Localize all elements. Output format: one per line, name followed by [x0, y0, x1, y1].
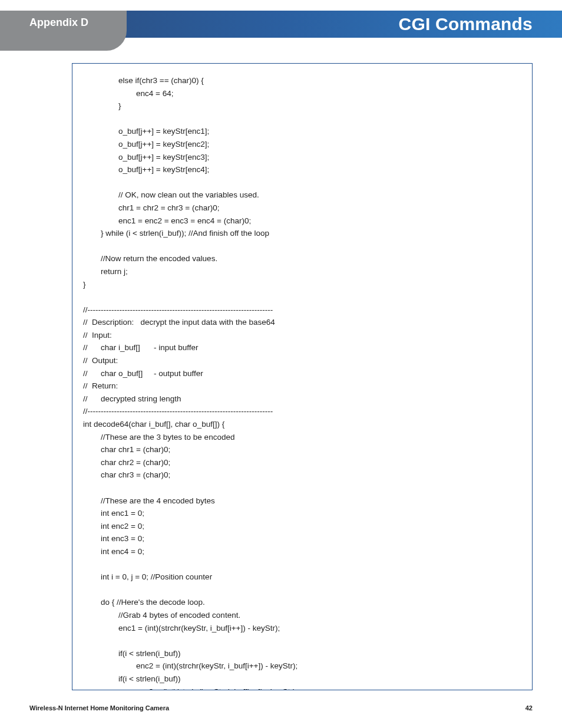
- code-block: else if(chr3 == (char)0) { enc4 = 64; } …: [83, 74, 521, 690]
- page-title: CGI Commands: [399, 14, 533, 34]
- footer-page: 42: [525, 704, 533, 711]
- footer-product: Wireless-N Internet Home Monitoring Came…: [29, 704, 169, 711]
- appendix-tab: Appendix D: [0, 11, 127, 51]
- footer: Wireless-N Internet Home Monitoring Came…: [29, 704, 533, 711]
- code-frame: else if(chr3 == (char)0) { enc4 = 64; } …: [72, 63, 533, 690]
- appendix-label: Appendix D: [29, 17, 88, 29]
